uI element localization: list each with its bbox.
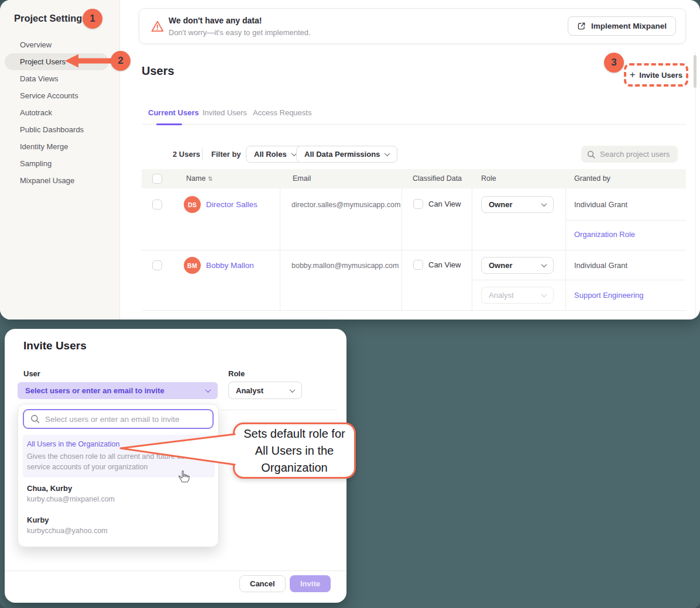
select-all-checkbox[interactable] (152, 174, 162, 184)
column-divider (565, 188, 566, 310)
column-divider (280, 188, 280, 310)
granted-by-value: Individual Grant (574, 261, 627, 270)
can-view-checkbox[interactable] (413, 199, 423, 209)
active-tab-underline (156, 123, 182, 125)
invite-users-label: Invite Users (639, 71, 682, 80)
table-header: Name⇅ Email Classified Data Role Granted… (142, 169, 686, 188)
search-project-users[interactable] (581, 146, 678, 163)
column-header-name: Name⇅ (186, 174, 213, 183)
can-view-label: Can View (428, 260, 461, 269)
role-dropdown[interactable]: Owner (481, 257, 554, 274)
divider (202, 148, 203, 160)
chevron-down-icon (290, 387, 296, 393)
sidebar-item-mixpanel-usage[interactable]: Mixpanel Usage (0, 172, 119, 189)
scrollbar-track[interactable] (695, 51, 696, 316)
search-icon (30, 414, 40, 424)
granted-by-link[interactable]: Support Engineering (574, 291, 644, 300)
chevron-down-icon (541, 291, 547, 297)
sidebar-item-autotrack[interactable]: Autotrack (0, 104, 119, 121)
column-header-role: Role (481, 174, 496, 183)
user-select-dropdown[interactable]: Select users or enter an email to invite (18, 382, 218, 399)
divider (221, 410, 337, 410)
classified-data-cell: Can View (413, 199, 461, 209)
avatar: DS (184, 196, 201, 213)
scrollbar-thumb[interactable] (694, 55, 696, 88)
sidebar-item-service-accounts[interactable]: Service Accounts (0, 87, 119, 104)
tab-access-requests[interactable]: Access Requests (253, 108, 311, 117)
all-data-permissions-dropdown[interactable]: All Data Permissions (296, 146, 397, 163)
chevron-down-icon (205, 387, 211, 393)
implement-mixpanel-label: Implement Mixpanel (591, 22, 667, 30)
invite-submit-button[interactable]: Invite (290, 575, 331, 592)
sidebar-title: Project Settings (14, 13, 88, 24)
dialog-footer-divider (5, 571, 346, 571)
external-link-icon (577, 22, 586, 30)
annotation-badge-2: 2 (111, 51, 131, 71)
screenshot-canvas: Project Settings Overview Project Users … (0, 0, 700, 608)
sidebar-item-public-dashboards[interactable]: Public Dashboards (0, 121, 119, 138)
banner-subtitle: Don't worry—it's easy to get implemented… (169, 28, 311, 37)
annotation-dashed-highlight: + Invite Users (624, 63, 688, 87)
tab-current-users[interactable]: Current Users (148, 108, 199, 117)
plus-icon: + (630, 70, 635, 80)
user-count: 2 Users (173, 150, 200, 159)
grant-divider (472, 280, 686, 280)
chevron-down-icon (385, 150, 390, 156)
option-user-name[interactable]: Chua, Kurby (27, 484, 72, 493)
sidebar-item-sampling[interactable]: Sampling (0, 155, 119, 172)
user-name-link[interactable]: Director Salles (206, 200, 258, 209)
role-dropdown[interactable]: Owner (481, 196, 554, 213)
annotation-callout: Sets default role for All Users in the O… (233, 422, 356, 479)
role-select-dropdown[interactable]: Analyst (228, 382, 302, 399)
warning-icon (150, 19, 164, 33)
chevron-down-icon (541, 201, 547, 207)
users-tabs: Current Users Invited Users Access Reque… (142, 107, 686, 125)
chevron-down-icon (541, 262, 547, 267)
dialog-title: Invite Users (23, 339, 87, 352)
can-view-label: Can View (428, 200, 461, 208)
project-settings-page: Project Settings Overview Project Users … (0, 0, 700, 320)
classified-data-cell: Can View (413, 260, 461, 270)
row-checkbox[interactable] (152, 260, 162, 270)
option-user-name[interactable]: Kurby (27, 516, 49, 524)
annotation-badge-3: 3 (604, 53, 624, 73)
search-project-users-input[interactable] (600, 150, 670, 159)
column-header-granted-by: Granted by (574, 174, 610, 183)
cancel-button[interactable]: Cancel (239, 575, 286, 592)
annotation-callout-tail (114, 418, 241, 483)
sort-icon[interactable]: ⇅ (208, 176, 212, 182)
all-data-permissions-label: All Data Permissions (304, 150, 380, 159)
user-select-value: Select users or enter an email to invite (25, 386, 164, 395)
sidebar-item-data-views[interactable]: Data Views (0, 70, 119, 87)
column-divider (472, 188, 472, 310)
user-email: bobby.mallon@mymusicapp.com (291, 262, 399, 270)
no-data-banner: We don't have any data! Don't worry—it's… (139, 8, 686, 44)
user-name-link[interactable]: Bobby Mallon (206, 261, 254, 270)
row-checkbox[interactable] (152, 200, 162, 209)
search-icon (587, 150, 595, 159)
can-view-checkbox[interactable] (413, 260, 423, 270)
user-field-label: User (23, 369, 40, 378)
tab-invited-users[interactable]: Invited Users (203, 108, 247, 117)
invite-users-button[interactable]: + Invite Users (630, 70, 682, 80)
column-divider (402, 188, 402, 310)
role-select-value: Analyst (236, 386, 263, 395)
sidebar-item-identity-merge[interactable]: Identity Merge (0, 138, 119, 155)
column-header-classified-data: Classified Data (413, 174, 462, 183)
annotation-badge-1: 1 (83, 9, 102, 29)
row-divider (142, 250, 686, 250)
page-title: Users (142, 64, 174, 78)
grant-divider (565, 220, 686, 221)
banner-title: We don't have any data! (169, 16, 262, 25)
column-header-email: Email (293, 174, 311, 183)
option-user-email: kurbycchua@yahoo.com (27, 527, 108, 535)
sidebar-item-overview[interactable]: Overview (0, 36, 119, 53)
granted-by-link[interactable]: Organization Role (574, 230, 635, 239)
all-roles-dropdown[interactable]: All Roles (246, 146, 304, 163)
user-email: director.salles@mymusicapp.com (291, 201, 400, 209)
row-divider (142, 310, 686, 311)
implement-mixpanel-button[interactable]: Implement Mixpanel (568, 16, 676, 36)
granted-by-value: Individual Grant (574, 200, 627, 209)
all-roles-label: All Roles (254, 150, 287, 159)
role-dropdown-disabled: Analyst (481, 287, 554, 304)
